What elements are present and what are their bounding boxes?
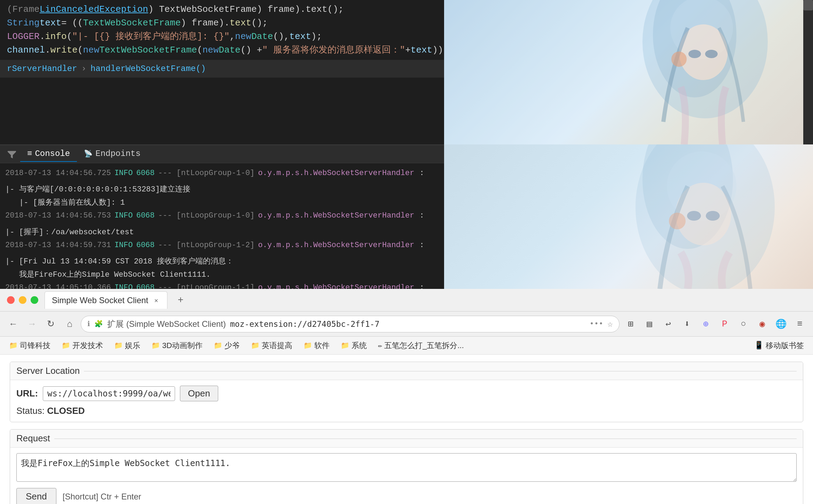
tab-console[interactable]: ≡ Console: [20, 146, 77, 162]
menu-icon[interactable]: ≡: [792, 316, 807, 332]
pencil-icon: ✏️: [378, 341, 382, 350]
svg-point-12: [706, 211, 720, 221]
bookmark-label-4: 3D动画制作: [162, 340, 203, 351]
bookmark-wubi[interactable]: ✏️ 五笔怎么打_五笔拆分...: [373, 339, 469, 352]
log-thread-6: --- [ntLoopGroup-1-1]: [158, 281, 254, 289]
url-input[interactable]: [43, 386, 175, 401]
request-textarea[interactable]: 我是FireFox上的Simple WebSocket Client1111.: [16, 453, 797, 482]
bookmark-english[interactable]: 📁 英语提高: [246, 339, 297, 352]
screenshot-icon[interactable]: ⬇: [679, 316, 695, 332]
unknown-icon2[interactable]: ◉: [755, 316, 770, 332]
open-button[interactable]: Open: [180, 386, 218, 401]
tab-title: Simple Web Socket Client: [52, 296, 148, 305]
breadcrumb-child[interactable]: handlerWebSocketFrame(): [90, 64, 206, 73]
request-actions: Send [Shortcut] Ctr + Enter: [16, 488, 797, 504]
more-options-icon[interactable]: •••: [590, 320, 603, 328]
request-section: Request 我是FireFox上的Simple WebSocket Clie…: [10, 429, 803, 504]
bookmark-shaoye[interactable]: 📁 少爷: [209, 339, 245, 352]
request-body: 我是FireFox上的Simple WebSocket Client1111. …: [10, 448, 803, 504]
bookmark-3d[interactable]: 📁 3D动画制作: [147, 339, 207, 352]
url-row: URL: Open: [16, 386, 797, 401]
bookmark-ent[interactable]: 📁 娱乐: [109, 339, 145, 352]
globe-icon[interactable]: 🌐: [773, 316, 789, 332]
bookmark-dev[interactable]: 📁 开发技术: [57, 339, 108, 352]
code-paren6: () +: [240, 44, 262, 57]
code-var-channel: channel: [7, 44, 45, 57]
code-text-1: ) TextWebSocketFrame) frame).text();: [148, 3, 344, 16]
bookmark-label-3: 娱乐: [125, 340, 140, 351]
extension-icon2[interactable]: ⊕: [698, 316, 713, 332]
bookmark-mobile[interactable]: 📱 移动版书签: [749, 339, 809, 352]
bookmark-software[interactable]: 📁 软件: [299, 339, 334, 352]
address-bar[interactable]: ℹ 🧩 扩展 (Simple WebSocket Client) moz-ext…: [81, 316, 619, 332]
endpoints-tab-label: Endpoints: [95, 149, 141, 158]
extension-content: Server Location URL: Open Status: CLOSED…: [0, 355, 813, 504]
mobile-icon: 📱: [754, 341, 764, 350]
code-var-text3: text: [411, 44, 432, 57]
code-keyword-string: String: [7, 16, 40, 30]
log-sep-3: :: [419, 209, 424, 222]
status-value: CLOSED: [47, 405, 85, 416]
log-port-4: 6068: [136, 239, 155, 252]
breadcrumb-separator: ›: [81, 64, 86, 73]
send-button[interactable]: Send: [16, 488, 56, 504]
code-keyword-new1: new: [235, 30, 251, 44]
anime-lower-panel: [444, 144, 813, 289]
browser-tab[interactable]: Simple Web Socket Client ✕: [45, 291, 167, 309]
traffic-lights: [7, 296, 38, 304]
home-button[interactable]: ⌂: [62, 316, 77, 332]
scrollbar-thumb[interactable]: [803, 0, 813, 10]
code-method-text: text: [230, 16, 251, 30]
maximize-window-button[interactable]: [31, 296, 38, 304]
breadcrumb-parent[interactable]: rServerHandler: [7, 64, 77, 73]
tab-close-button[interactable]: ✕: [152, 297, 160, 304]
forward-button[interactable]: →: [24, 316, 40, 332]
scrollbar-area[interactable]: [803, 0, 813, 144]
bookmark-label-9: 五笔怎么打_五笔拆分...: [384, 340, 464, 351]
bookmark-sijf[interactable]: 📁 司锋科技: [4, 339, 55, 352]
sidebar-icon[interactable]: ▤: [642, 316, 657, 332]
log-line-4: 2018-07-13 14:04:59.731 INFO 6068 --- [n…: [5, 239, 451, 268]
console-tab-label: Console: [35, 149, 70, 158]
tab-endpoints[interactable]: 📡 Endpoints: [77, 146, 148, 162]
svg-point-6: [671, 52, 687, 67]
status-row: Status: CLOSED: [16, 405, 797, 416]
code-string-msg: "|- [{} 接收到客户端的消息]: {}": [72, 30, 229, 44]
close-window-button[interactable]: [7, 296, 15, 304]
back-icon2[interactable]: ↩: [661, 316, 676, 332]
log-message-1: |- 与客户端[/0:0:0:0:0:0:0:1:53283]建立连接: [5, 183, 190, 196]
library-icon[interactable]: ⊞: [623, 316, 638, 332]
folder-icon-1: 📁: [9, 341, 18, 350]
folder-icon-7: 📁: [303, 341, 312, 350]
unknown-icon1[interactable]: ○: [736, 316, 751, 332]
console-output[interactable]: 2018-07-13 14:04:56.725 INFO 6068 --- [n…: [0, 163, 456, 289]
browser-titlebar: Simple Web Socket Client ✕ +: [0, 289, 813, 312]
back-button[interactable]: ←: [6, 316, 21, 332]
svg-point-13: [669, 213, 686, 229]
browser-toolbar: ← → ↻ ⌂ ℹ 🧩 扩展 (Simple WebSocket Client)…: [0, 312, 813, 337]
request-title: Request: [16, 433, 54, 443]
new-tab-button[interactable]: +: [174, 293, 188, 307]
code-class-textws2: TextWebSocketFrame: [99, 44, 197, 57]
code-var-text2: text: [289, 30, 311, 44]
filter-icon[interactable]: [6, 149, 17, 160]
log-time-4: 2018-07-13 14:04:59.731: [5, 239, 111, 252]
bookmark-system[interactable]: 📁 系统: [336, 339, 372, 352]
extension-icon: 🧩: [94, 320, 103, 328]
pocket-icon[interactable]: P: [717, 316, 732, 332]
log-indent-2: |- [服务器当前在线人数]: 1: [5, 196, 125, 209]
log-indent-5: 我是FireFox上的Simple WebSocket Client1111.: [5, 268, 211, 281]
log-port-1: 6068: [136, 167, 155, 180]
minimize-window-button[interactable]: [19, 296, 26, 304]
log-thread-3: --- [ntLoopGroup-1-0]: [158, 209, 254, 222]
server-location-title: Server Location: [16, 365, 84, 376]
folder-icon-2: 📁: [62, 341, 70, 350]
code-paren4: (: [78, 44, 83, 57]
log-handler-1: o.y.m.p.s.h.WebSocketServerHandler: [258, 167, 415, 180]
bookmarks-bar: 📁 司锋科技 📁 开发技术 📁 娱乐 📁 3D动画制作 📁 少爷 📁 英语提高 …: [0, 337, 813, 355]
reload-button[interactable]: ↻: [43, 316, 58, 332]
log-line-3: 2018-07-13 14:04:56.753 INFO 6068 --- [n…: [5, 209, 451, 239]
star-icon[interactable]: ☆: [607, 318, 613, 330]
log-handler-6: o.y.m.p.s.h.WebSocketServerHandler: [258, 281, 415, 289]
log-line-5: 我是FireFox上的Simple WebSocket Client1111.: [5, 268, 451, 281]
